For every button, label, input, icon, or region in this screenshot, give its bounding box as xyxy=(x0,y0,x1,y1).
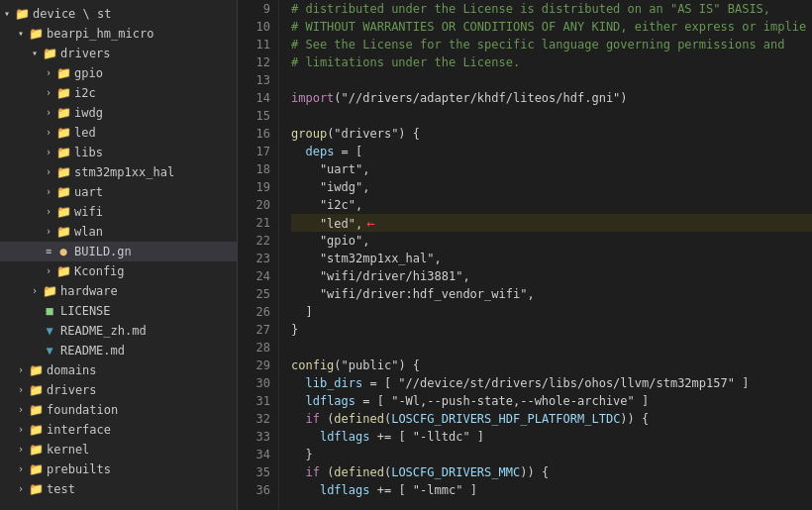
folder-arrow: › xyxy=(14,360,28,380)
line-number: 22 xyxy=(254,232,270,250)
sidebar-item-readme[interactable]: ▼README.md xyxy=(0,341,237,360)
sidebar-item-kernel[interactable]: ›📁kernel xyxy=(0,440,237,459)
folder-arrow: › xyxy=(42,202,55,222)
folder-icon: 📁 xyxy=(55,202,71,222)
folder-icon: 📁 xyxy=(42,44,57,63)
folder-arrow: › xyxy=(42,83,55,103)
code-line: ] xyxy=(291,303,812,321)
sidebar-item-wlan[interactable]: ›📁wlan xyxy=(0,222,237,242)
code-line: import("//drivers/adapter/khdf/liteos/hd… xyxy=(291,89,812,107)
sidebar-item-i2c[interactable]: ›📁i2c xyxy=(0,83,237,103)
file-icon: ▼ xyxy=(42,341,57,360)
sidebar-item-kconfig[interactable]: ›📁Kconfig xyxy=(0,261,237,281)
sidebar-item-build-gn[interactable]: ≡●BUILD.gn xyxy=(0,242,237,261)
folder-arrow: › xyxy=(14,400,28,420)
code-line: # limitations under the License. xyxy=(291,53,812,71)
sidebar-item-domains[interactable]: ›📁domains xyxy=(0,360,237,380)
sidebar-item-license[interactable]: ■LICENSE xyxy=(0,301,237,321)
sidebar-item-prebuilts[interactable]: ›📁prebuilts xyxy=(0,459,237,479)
folder-icon: 📁 xyxy=(28,479,44,499)
line-number: 17 xyxy=(254,143,270,160)
folder-arrow: › xyxy=(42,123,55,143)
folder-icon: 📁 xyxy=(28,360,44,380)
sidebar-item-gpio[interactable]: ›📁gpio xyxy=(0,63,237,83)
sidebar-item-device-st[interactable]: ▾📁device \ st xyxy=(0,4,237,24)
folder-icon: 📁 xyxy=(28,24,44,44)
arrow-annotation: ← xyxy=(366,214,374,232)
item-label: domains xyxy=(47,360,237,380)
line-number: 19 xyxy=(254,178,270,196)
folder-arrow: › xyxy=(14,420,28,440)
item-label: Kconfig xyxy=(74,261,237,281)
code-line: "i2c", xyxy=(291,196,812,214)
line-number: 36 xyxy=(254,481,270,499)
folder-arrow: ▾ xyxy=(14,24,28,44)
line-number: 31 xyxy=(254,392,270,410)
sidebar-item-foundation[interactable]: ›📁foundation xyxy=(0,400,237,420)
code-line: } xyxy=(291,446,812,463)
item-label: kernel xyxy=(47,440,237,459)
folder-icon: 📁 xyxy=(28,440,44,459)
line-number: 33 xyxy=(254,428,270,446)
sidebar-item-wifi[interactable]: ›📁wifi xyxy=(0,202,237,222)
sidebar-item-interface[interactable]: ›📁interface xyxy=(0,420,237,440)
item-label: wifi xyxy=(74,202,237,222)
sidebar-item-test[interactable]: ›📁test xyxy=(0,479,237,499)
code-line: if (defined(LOSCFG_DRIVERS_HDF_PLATFORM_… xyxy=(291,410,812,428)
code-line: ldflags += [ "-lmmc" ] xyxy=(291,481,812,499)
item-label: prebuilts xyxy=(47,459,237,479)
code-content: # distributed under the License is distr… xyxy=(279,0,812,510)
sidebar-item-led[interactable]: ›📁led xyxy=(0,123,237,143)
item-label: README.md xyxy=(60,341,237,360)
sidebar-item-drivers2[interactable]: ›📁drivers xyxy=(0,380,237,400)
code-line: "wifi/driver/hi3881", xyxy=(291,267,812,285)
sidebar-item-bearpi-hm-micro[interactable]: ▾📁bearpi_hm_micro xyxy=(0,24,237,44)
folder-icon: 📁 xyxy=(28,400,44,420)
line-number: 21 xyxy=(254,214,270,232)
line-number: 16 xyxy=(254,125,270,143)
sidebar-item-drivers[interactable]: ▾📁drivers xyxy=(0,44,237,63)
line-number: 24 xyxy=(254,267,270,285)
folder-arrow: › xyxy=(42,162,55,182)
line-number: 28 xyxy=(254,339,270,357)
folder-arrow: › xyxy=(42,261,55,281)
code-line: # distributed under the License is distr… xyxy=(291,0,812,18)
item-label: i2c xyxy=(74,83,237,103)
item-label: led xyxy=(74,123,237,143)
folder-arrow: ▾ xyxy=(28,44,42,63)
code-editor: 9101112131415161718192021222324252627282… xyxy=(238,0,812,510)
sidebar-item-uart[interactable]: ›📁uart xyxy=(0,182,237,202)
sidebar-item-iwdg[interactable]: ›📁iwdg xyxy=(0,103,237,123)
folder-icon: 📁 xyxy=(55,123,71,143)
line-number: 20 xyxy=(254,196,270,214)
folder-icon: 📁 xyxy=(55,63,71,83)
code-line: "uart", xyxy=(291,160,812,178)
line-numbers: 9101112131415161718192021222324252627282… xyxy=(238,0,279,510)
folder-arrow: › xyxy=(14,380,28,400)
folder-icon: 📁 xyxy=(55,222,71,242)
folder-icon: 📁 xyxy=(28,420,44,440)
item-label: BUILD.gn xyxy=(74,242,237,261)
line-number: 32 xyxy=(254,410,270,428)
sidebar-item-stm32mp1xx-hal[interactable]: ›📁stm32mp1xx_hal xyxy=(0,162,237,182)
line-number: 18 xyxy=(254,160,270,178)
line-number: 11 xyxy=(254,36,270,53)
folder-arrow: › xyxy=(14,459,28,479)
code-line xyxy=(291,71,812,89)
item-label: stm32mp1xx_hal xyxy=(74,162,237,182)
line-number: 13 xyxy=(254,71,270,89)
line-number: 15 xyxy=(254,107,270,125)
folder-arrow: › xyxy=(42,63,55,83)
code-line: ldflags += [ "-lltdc" ] xyxy=(291,428,812,446)
file-icon: ■ xyxy=(42,301,57,321)
sidebar-item-readme-zh[interactable]: ▼README_zh.md xyxy=(0,321,237,341)
item-label: test xyxy=(47,479,237,499)
sidebar-item-libs[interactable]: ›📁libs xyxy=(0,143,237,162)
folder-arrow: ▾ xyxy=(0,4,14,24)
sidebar-item-hardware[interactable]: ›📁hardware xyxy=(0,281,237,301)
code-line: lib_dirs = [ "//device/st/drivers/libs/o… xyxy=(291,374,812,392)
code-line: if (defined(LOSCFG_DRIVERS_MMC)) { xyxy=(291,463,812,481)
item-label: hardware xyxy=(60,281,237,301)
folder-icon: 📁 xyxy=(55,103,71,123)
line-number: 12 xyxy=(254,53,270,71)
